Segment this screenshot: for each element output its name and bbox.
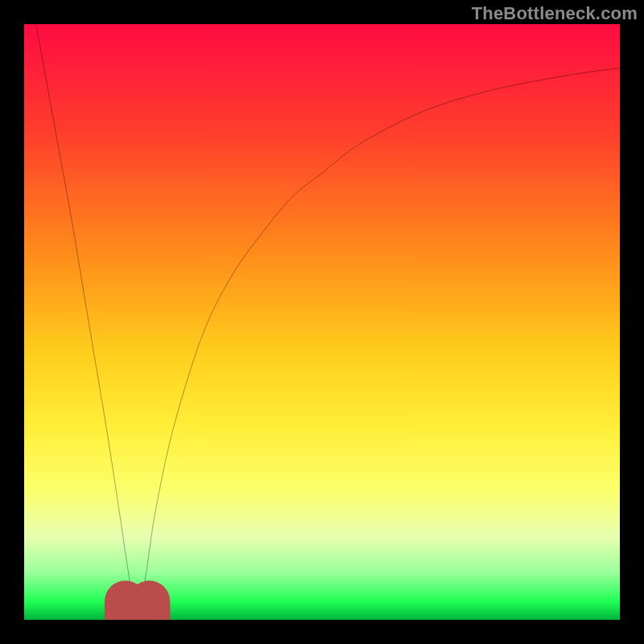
- chart-plot-area: [24, 24, 620, 620]
- notch-marker: [126, 601, 150, 620]
- chart-svg: [24, 24, 620, 620]
- chart-frame: TheBottleneck.com bottleneck-curve: [0, 0, 644, 644]
- watermark-text: TheBottleneck.com: [472, 3, 638, 24]
- bottleneck-curve: [36, 24, 620, 620]
